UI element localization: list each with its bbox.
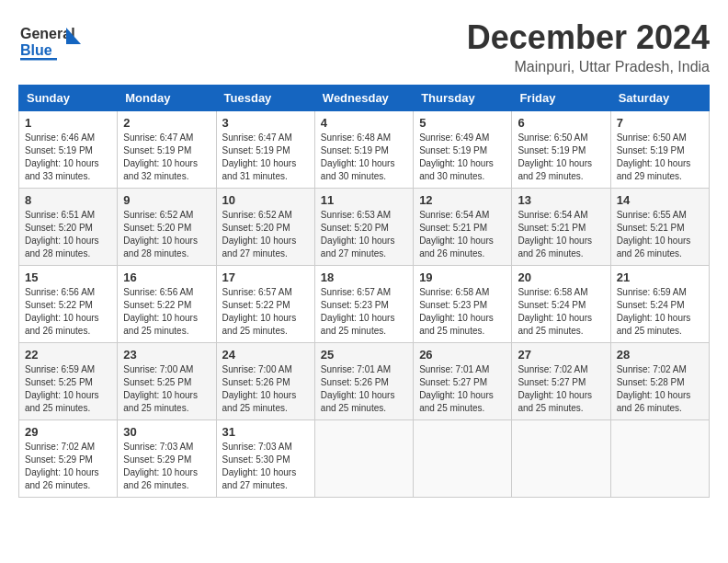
- day-number: 16: [123, 270, 210, 284]
- calendar-week-2: 8Sunrise: 6:51 AM Sunset: 5:20 PM Daylig…: [19, 189, 710, 266]
- day-number: 14: [617, 193, 703, 207]
- calendar-cell: 14Sunrise: 6:55 AM Sunset: 5:21 PM Dayli…: [610, 189, 709, 266]
- day-number: 10: [222, 193, 309, 207]
- day-info: Sunrise: 6:48 AM Sunset: 5:19 PM Dayligh…: [321, 132, 407, 183]
- day-info: Sunrise: 6:50 AM Sunset: 5:19 PM Dayligh…: [518, 132, 604, 183]
- day-number: 2: [123, 116, 210, 130]
- day-info: Sunrise: 6:57 AM Sunset: 5:22 PM Dayligh…: [222, 286, 309, 338]
- day-info: Sunrise: 6:58 AM Sunset: 5:24 PM Dayligh…: [518, 286, 604, 338]
- svg-rect-3: [20, 58, 57, 61]
- day-number: 6: [518, 116, 604, 130]
- day-number: 11: [321, 193, 407, 207]
- calendar-cell: [512, 420, 610, 498]
- day-info: Sunrise: 6:59 AM Sunset: 5:25 PM Dayligh…: [25, 363, 111, 415]
- day-number: 24: [222, 348, 309, 362]
- calendar-cell: 17Sunrise: 6:57 AM Sunset: 5:22 PM Dayli…: [216, 266, 314, 343]
- subtitle: Mainpuri, Uttar Pradesh, India: [467, 59, 710, 75]
- calendar-cell: 18Sunrise: 6:57 AM Sunset: 5:23 PM Dayli…: [314, 266, 413, 343]
- day-info: Sunrise: 6:54 AM Sunset: 5:21 PM Dayligh…: [518, 209, 604, 260]
- calendar-cell: 5Sunrise: 6:49 AM Sunset: 5:19 PM Daylig…: [414, 111, 512, 189]
- calendar-cell: 1Sunrise: 6:46 AM Sunset: 5:19 PM Daylig…: [19, 111, 118, 189]
- day-number: 7: [617, 116, 703, 130]
- calendar-cell: [314, 420, 413, 498]
- day-info: Sunrise: 7:00 AM Sunset: 5:26 PM Dayligh…: [222, 363, 309, 415]
- day-info: Sunrise: 6:56 AM Sunset: 5:22 PM Dayligh…: [123, 286, 210, 338]
- day-number: 20: [518, 270, 604, 284]
- day-number: 12: [419, 193, 506, 207]
- day-number: 26: [419, 348, 506, 362]
- day-info: Sunrise: 6:47 AM Sunset: 5:19 PM Dayligh…: [123, 132, 210, 183]
- day-number: 25: [321, 348, 407, 362]
- day-number: 22: [25, 348, 111, 362]
- day-number: 8: [25, 193, 111, 207]
- day-number: 5: [419, 116, 506, 130]
- calendar-cell: 27Sunrise: 7:02 AM Sunset: 5:27 PM Dayli…: [512, 343, 610, 420]
- calendar-cell: 24Sunrise: 7:00 AM Sunset: 5:26 PM Dayli…: [216, 343, 314, 420]
- calendar-week-1: 1Sunrise: 6:46 AM Sunset: 5:19 PM Daylig…: [19, 111, 710, 189]
- day-header-sunday: Sunday: [19, 86, 118, 111]
- main-title: December 2024: [467, 18, 710, 57]
- calendar-cell: 9Sunrise: 6:52 AM Sunset: 5:20 PM Daylig…: [118, 189, 216, 266]
- calendar-cell: 3Sunrise: 6:47 AM Sunset: 5:19 PM Daylig…: [216, 111, 314, 189]
- day-number: 17: [222, 270, 309, 284]
- calendar-cell: 22Sunrise: 6:59 AM Sunset: 5:25 PM Dayli…: [19, 343, 118, 420]
- calendar-cell: 4Sunrise: 6:48 AM Sunset: 5:19 PM Daylig…: [314, 111, 413, 189]
- day-number: 13: [518, 193, 604, 207]
- day-header-monday: Monday: [118, 86, 216, 111]
- day-number: 29: [25, 425, 111, 439]
- calendar-week-5: 29Sunrise: 7:02 AM Sunset: 5:29 PM Dayli…: [19, 420, 710, 498]
- calendar-cell: 7Sunrise: 6:50 AM Sunset: 5:19 PM Daylig…: [610, 111, 709, 189]
- logo: General Blue: [18, 18, 83, 69]
- day-info: Sunrise: 6:52 AM Sunset: 5:20 PM Dayligh…: [123, 209, 210, 260]
- svg-text:Blue: Blue: [20, 42, 52, 58]
- day-number: 30: [123, 425, 210, 439]
- day-info: Sunrise: 6:57 AM Sunset: 5:23 PM Dayligh…: [321, 286, 407, 338]
- day-info: Sunrise: 6:56 AM Sunset: 5:22 PM Dayligh…: [25, 286, 111, 338]
- day-number: 15: [25, 270, 111, 284]
- calendar-cell: 31Sunrise: 7:03 AM Sunset: 5:30 PM Dayli…: [216, 420, 314, 498]
- day-info: Sunrise: 7:02 AM Sunset: 5:28 PM Dayligh…: [617, 363, 703, 415]
- day-info: Sunrise: 6:47 AM Sunset: 5:19 PM Dayligh…: [222, 132, 309, 183]
- day-number: 27: [518, 348, 604, 362]
- calendar-cell: [610, 420, 709, 498]
- day-info: Sunrise: 7:02 AM Sunset: 5:29 PM Dayligh…: [25, 441, 111, 492]
- day-info: Sunrise: 7:03 AM Sunset: 5:29 PM Dayligh…: [123, 441, 210, 492]
- day-info: Sunrise: 6:46 AM Sunset: 5:19 PM Dayligh…: [25, 132, 111, 183]
- calendar-cell: 10Sunrise: 6:52 AM Sunset: 5:20 PM Dayli…: [216, 189, 314, 266]
- calendar-cell: 21Sunrise: 6:59 AM Sunset: 5:24 PM Dayli…: [610, 266, 709, 343]
- logo-icon: General Blue: [18, 18, 83, 69]
- day-number: 3: [222, 116, 309, 130]
- day-header-saturday: Saturday: [610, 86, 709, 111]
- day-number: 23: [123, 348, 210, 362]
- day-number: 19: [419, 270, 506, 284]
- day-info: Sunrise: 6:49 AM Sunset: 5:19 PM Dayligh…: [419, 132, 506, 183]
- day-info: Sunrise: 7:01 AM Sunset: 5:27 PM Dayligh…: [419, 363, 506, 415]
- day-info: Sunrise: 6:51 AM Sunset: 5:20 PM Dayligh…: [25, 209, 111, 260]
- calendar-header-row: SundayMondayTuesdayWednesdayThursdayFrid…: [19, 86, 710, 111]
- calendar-cell: 19Sunrise: 6:58 AM Sunset: 5:23 PM Dayli…: [414, 266, 512, 343]
- calendar-cell: 13Sunrise: 6:54 AM Sunset: 5:21 PM Dayli…: [512, 189, 610, 266]
- day-info: Sunrise: 6:59 AM Sunset: 5:24 PM Dayligh…: [617, 286, 703, 338]
- day-info: Sunrise: 6:54 AM Sunset: 5:21 PM Dayligh…: [419, 209, 506, 260]
- day-info: Sunrise: 6:50 AM Sunset: 5:19 PM Dayligh…: [617, 132, 703, 183]
- title-area: December 2024 Mainpuri, Uttar Pradesh, I…: [467, 18, 710, 75]
- calendar-cell: 23Sunrise: 7:00 AM Sunset: 5:25 PM Dayli…: [118, 343, 216, 420]
- day-header-wednesday: Wednesday: [314, 86, 413, 111]
- day-number: 18: [321, 270, 407, 284]
- calendar-cell: 26Sunrise: 7:01 AM Sunset: 5:27 PM Dayli…: [414, 343, 512, 420]
- calendar-cell: 30Sunrise: 7:03 AM Sunset: 5:29 PM Dayli…: [118, 420, 216, 498]
- calendar-cell: 2Sunrise: 6:47 AM Sunset: 5:19 PM Daylig…: [118, 111, 216, 189]
- calendar-cell: 8Sunrise: 6:51 AM Sunset: 5:20 PM Daylig…: [19, 189, 118, 266]
- day-info: Sunrise: 7:02 AM Sunset: 5:27 PM Dayligh…: [518, 363, 604, 415]
- day-info: Sunrise: 6:55 AM Sunset: 5:21 PM Dayligh…: [617, 209, 703, 260]
- day-header-tuesday: Tuesday: [216, 86, 314, 111]
- day-number: 28: [617, 348, 703, 362]
- day-header-friday: Friday: [512, 86, 610, 111]
- day-info: Sunrise: 7:03 AM Sunset: 5:30 PM Dayligh…: [222, 441, 309, 492]
- calendar-cell: 6Sunrise: 6:50 AM Sunset: 5:19 PM Daylig…: [512, 111, 610, 189]
- calendar-cell: [414, 420, 512, 498]
- day-number: 1: [25, 116, 111, 130]
- calendar-week-3: 15Sunrise: 6:56 AM Sunset: 5:22 PM Dayli…: [19, 266, 710, 343]
- calendar-cell: 28Sunrise: 7:02 AM Sunset: 5:28 PM Dayli…: [610, 343, 709, 420]
- day-info: Sunrise: 6:52 AM Sunset: 5:20 PM Dayligh…: [222, 209, 309, 260]
